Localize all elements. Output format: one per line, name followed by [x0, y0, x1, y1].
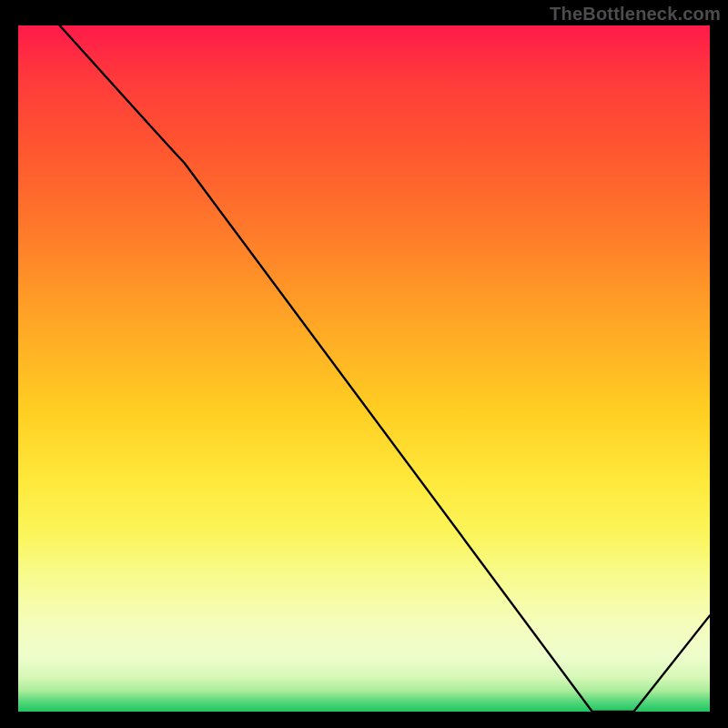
watermark-text: TheBottleneck.com: [550, 4, 721, 25]
curve-path: [60, 25, 710, 712]
line-layer: [18, 25, 710, 712]
plot-area: [18, 25, 710, 712]
plot-inner: [18, 25, 710, 712]
chart-container: TheBottleneck.com: [0, 0, 728, 728]
